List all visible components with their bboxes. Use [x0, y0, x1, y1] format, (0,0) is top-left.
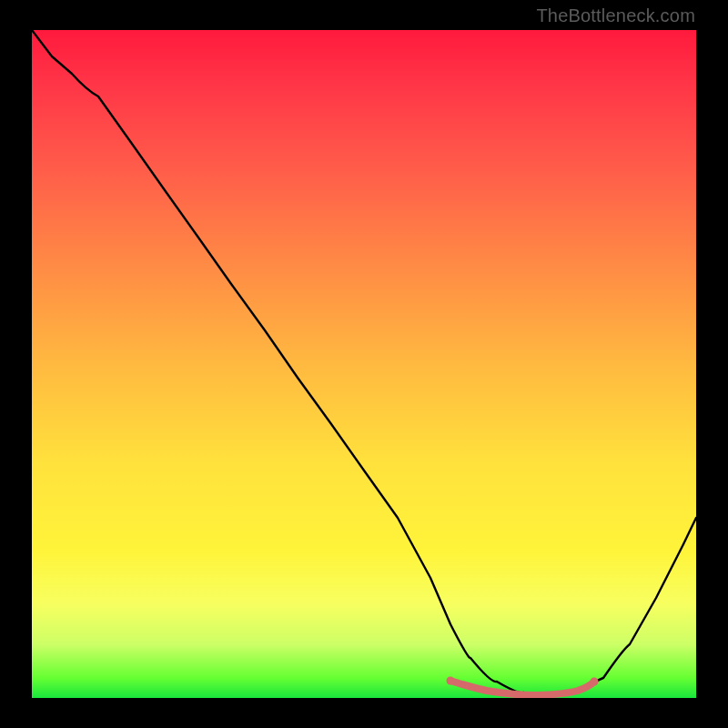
bottom-accent [450, 681, 594, 695]
chart-frame: TheBottleneck.com [0, 0, 728, 728]
bottleneck-curve [32, 30, 696, 696]
curve-layer [32, 30, 696, 698]
accent-dot-right [591, 678, 599, 686]
plot-area [32, 30, 696, 698]
attribution-text: TheBottleneck.com [536, 5, 695, 26]
accent-dot-left [447, 677, 455, 685]
